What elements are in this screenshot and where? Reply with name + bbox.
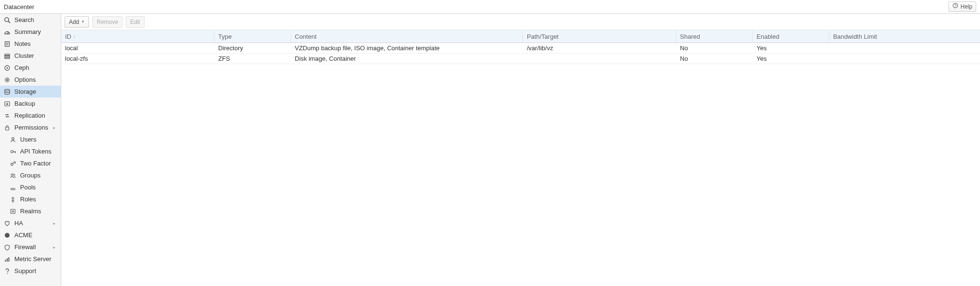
col-id[interactable]: ID ↑: [61, 30, 214, 43]
sidebar-item-groups[interactable]: Groups: [0, 169, 61, 181]
sidebar-item-backup[interactable]: Backup: [0, 98, 61, 110]
ceph-icon: [4, 65, 11, 71]
main-panel: Add ▼ Remove Edit ID ↑ Type Content Path…: [61, 14, 980, 286]
grid-body: localDirectoryVZDump backup file, ISO im…: [61, 43, 980, 64]
sidebar-item-options[interactable]: Options: [0, 74, 61, 86]
sidebar-item-label: Realms: [20, 208, 61, 215]
sidebar-item-ha[interactable]: HA▸: [0, 217, 61, 229]
storage-icon: [4, 88, 11, 95]
edit-label: Edit: [130, 19, 140, 25]
cell-shared: No: [676, 44, 753, 52]
cell-id: local: [61, 44, 214, 52]
remove-button[interactable]: Remove: [92, 16, 122, 28]
firewall-icon: [4, 244, 11, 251]
sidebar-item-label: Cluster: [14, 52, 61, 59]
sidebar-item-label: Firewall: [14, 243, 49, 251]
replication-icon: [4, 112, 11, 119]
sidebar-item-support[interactable]: Support: [0, 265, 61, 277]
sidebar-item-label: Notes: [14, 40, 61, 47]
cell-shared: No: [676, 55, 753, 62]
metric-icon: [4, 256, 11, 263]
sidebar-item-label: Metric Server: [14, 255, 61, 263]
cluster-icon: [4, 53, 11, 59]
cell-path: /var/lib/vz: [523, 44, 676, 52]
sidebar-item-twofactor[interactable]: Two Factor: [0, 157, 61, 169]
col-bandwidth[interactable]: Bandwidth Limit: [829, 30, 980, 43]
sidebar-item-acme[interactable]: ACME: [0, 229, 61, 241]
groups-icon: [10, 172, 16, 179]
sidebar-item-realms[interactable]: Realms: [0, 205, 61, 217]
sidebar-item-notes[interactable]: Notes: [0, 38, 61, 50]
help-icon: [952, 0, 958, 14]
help-button[interactable]: Help: [948, 1, 976, 12]
role-icon: [10, 196, 16, 203]
cell-content: Disk image, Container: [291, 55, 523, 62]
sidebar-item-label: Options: [14, 76, 61, 83]
support-icon: [4, 268, 11, 275]
sidebar-item-label: Users: [20, 136, 61, 143]
sidebar-item-permissions[interactable]: Permissions▸: [0, 121, 61, 133]
sidebar-item-pools[interactable]: Pools: [0, 181, 61, 193]
chevron-right-icon: ▸: [53, 125, 58, 130]
sidebar-item-firewall[interactable]: Firewall▸: [0, 241, 61, 253]
help-label: Help: [960, 0, 972, 14]
sidebar-item-label: Ceph: [14, 64, 61, 71]
col-path[interactable]: Path/Target: [523, 30, 676, 43]
pools-icon: [10, 184, 16, 191]
sidebar-item-roles[interactable]: Roles: [0, 193, 61, 205]
sidebar-item-search[interactable]: Search: [0, 14, 61, 26]
user-icon: [10, 136, 16, 143]
search-icon: [4, 17, 11, 23]
key-icon: [10, 160, 16, 167]
acme-icon: [4, 232, 11, 239]
sidebar: SearchSummaryNotesClusterCephOptionsStor…: [0, 14, 61, 286]
cell-id: local-zfs: [61, 55, 214, 62]
add-button[interactable]: Add ▼: [65, 16, 89, 28]
col-content[interactable]: Content: [291, 30, 523, 43]
gear-icon: [4, 77, 11, 83]
sidebar-item-label: API Tokens: [20, 148, 61, 155]
cell-enabled: Yes: [753, 44, 829, 52]
sidebar-item-label: Summary: [14, 28, 61, 35]
sidebar-item-label: Pools: [20, 184, 61, 191]
col-enabled[interactable]: Enabled: [753, 30, 829, 43]
sidebar-item-users[interactable]: Users: [0, 133, 61, 145]
header-bar: Datacenter Help: [0, 0, 980, 14]
col-type[interactable]: Type: [214, 30, 291, 43]
sidebar-item-label: Storage: [14, 88, 61, 95]
sidebar-item-ceph[interactable]: Ceph: [0, 62, 61, 74]
cell-type: ZFS: [214, 55, 291, 62]
sidebar-item-label: Permissions: [14, 124, 49, 131]
sidebar-item-summary[interactable]: Summary: [0, 26, 61, 38]
ha-icon: [4, 220, 11, 227]
permissions-icon: [4, 124, 11, 131]
sidebar-item-label: Roles: [20, 196, 61, 203]
col-shared[interactable]: Shared: [676, 30, 753, 43]
page-title: Datacenter: [4, 0, 34, 13]
table-row[interactable]: local-zfsZFSDisk image, ContainerNoYes: [61, 54, 980, 64]
toolbar: Add ▼ Remove Edit: [61, 14, 980, 30]
sort-asc-icon: ↑: [73, 34, 76, 39]
sidebar-item-apitokens[interactable]: API Tokens: [0, 145, 61, 157]
sidebar-item-label: Backup: [14, 100, 61, 107]
sidebar-item-storage[interactable]: Storage: [0, 86, 61, 98]
token-icon: [10, 148, 16, 155]
sidebar-item-label: Groups: [20, 172, 61, 179]
cell-content: VZDump backup file, ISO image, Container…: [291, 44, 523, 52]
sidebar-item-cluster[interactable]: Cluster: [0, 50, 61, 62]
chevron-down-icon: ▼: [81, 20, 85, 24]
sidebar-item-replication[interactable]: Replication: [0, 110, 61, 121]
sidebar-item-label: HA: [14, 220, 49, 227]
chevron-right-icon: ▸: [53, 245, 58, 250]
edit-button[interactable]: Edit: [126, 16, 145, 28]
add-label: Add: [69, 19, 79, 25]
table-row[interactable]: localDirectoryVZDump backup file, ISO im…: [61, 43, 980, 54]
notes-icon: [4, 41, 11, 47]
backup-icon: [4, 100, 11, 107]
sidebar-item-metric[interactable]: Metric Server: [0, 253, 61, 265]
sidebar-item-label: Support: [14, 267, 61, 275]
remove-label: Remove: [97, 19, 118, 25]
sidebar-item-label: Two Factor: [20, 160, 61, 167]
grid-header: ID ↑ Type Content Path/Target Shared Ena…: [61, 30, 980, 43]
sidebar-item-label: Search: [14, 16, 61, 23]
